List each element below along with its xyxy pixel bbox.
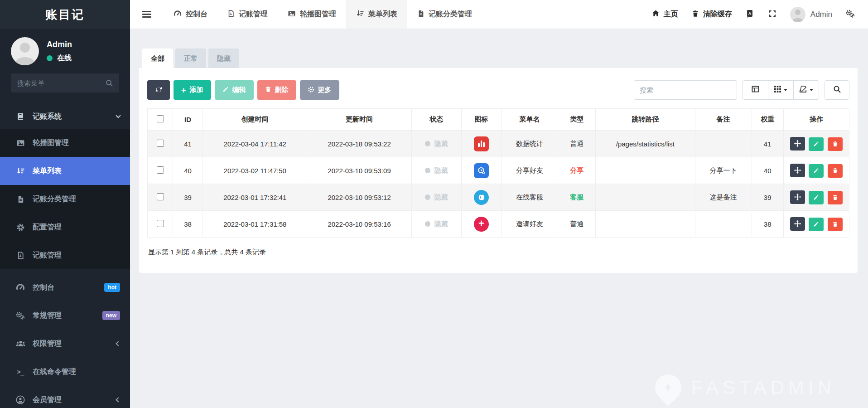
tab-carousel[interactable]: 轮播图管理	[278, 0, 346, 29]
sidebar-item-dashboard[interactable]: 控制台 hot	[0, 273, 130, 301]
cell-weight[interactable]: 38	[752, 211, 783, 238]
service-roll-app-icon	[474, 190, 489, 205]
row-edit-button[interactable]	[809, 191, 824, 204]
status-badge[interactable]: 隐藏	[425, 166, 448, 175]
edit-button[interactable]: 编辑	[215, 80, 254, 100]
filter-tab-normal[interactable]: 正常	[175, 49, 206, 68]
table-row: 41 2022-03-04 17:11:42 2022-03-18 09:53:…	[148, 131, 849, 157]
row-checkbox[interactable]	[157, 166, 164, 174]
row-edit-button[interactable]	[809, 218, 824, 231]
cell-actions	[783, 184, 849, 211]
fullscreen-button[interactable]	[762, 0, 783, 29]
sidebar-toggle-button[interactable]	[130, 0, 164, 29]
sidebar-item-config[interactable]: 配置管理	[0, 213, 130, 241]
col-path[interactable]: 跳转路径	[596, 109, 695, 131]
row-edit-button[interactable]	[809, 137, 824, 151]
col-weight[interactable]: 权重	[752, 109, 783, 131]
row-checkbox[interactable]	[157, 193, 164, 200]
table-search-input[interactable]	[634, 80, 737, 100]
export-icon	[799, 85, 807, 95]
status-dot-icon	[425, 168, 430, 173]
sidebar-item-label: 常规管理	[33, 311, 62, 321]
tab-bookkeeping[interactable]: 记账管理	[217, 0, 278, 29]
invoice-icon	[15, 252, 26, 259]
add-button[interactable]: + 添加	[174, 80, 211, 100]
language-switch-button[interactable]: A	[739, 0, 762, 29]
col-remark[interactable]: 备注	[695, 109, 752, 131]
status-badge[interactable]: 隐藏	[425, 193, 448, 202]
sidebar-search	[11, 73, 119, 92]
search-submit-button[interactable]	[825, 80, 849, 100]
select-all-cell	[148, 109, 173, 131]
grid-icon	[774, 86, 781, 94]
row-checkbox[interactable]	[157, 220, 164, 227]
cell-type: 普通	[558, 131, 596, 157]
row-delete-button[interactable]	[828, 137, 843, 151]
drag-sort-button[interactable]	[790, 217, 805, 231]
filter-tab-hidden[interactable]: 隐藏	[208, 49, 239, 68]
refresh-button[interactable]	[147, 80, 170, 100]
cell-type: 分享	[558, 157, 596, 184]
cell-remark	[695, 211, 752, 238]
sidebar-item-bookkeeping[interactable]: 记账管理	[0, 241, 130, 269]
drag-sort-button[interactable]	[790, 164, 805, 177]
clear-cache-link[interactable]: 清除缓存	[685, 0, 739, 29]
col-id[interactable]: ID	[173, 109, 203, 131]
app-root: 账目记 Admin 在线 记账系统	[0, 0, 868, 408]
sidebar-item-general[interactable]: 常规管理 new	[0, 301, 130, 330]
row-delete-button[interactable]	[828, 191, 843, 204]
tab-menu-list[interactable]: 菜单列表	[346, 0, 407, 29]
user-menu[interactable]: Admin	[783, 0, 839, 29]
col-icon[interactable]: 图标	[461, 109, 501, 131]
drag-sort-button[interactable]	[790, 190, 805, 204]
menu-search-input[interactable]	[11, 73, 119, 92]
row-edit-button[interactable]	[809, 164, 824, 178]
row-checkbox[interactable]	[157, 140, 164, 147]
sidebar-item-members[interactable]: 会员管理	[0, 386, 130, 408]
tab-dashboard[interactable]: 控制台	[164, 0, 217, 29]
cell-menu-name: 数据统计	[501, 131, 558, 157]
more-button[interactable]: 更多	[300, 80, 339, 100]
row-delete-button[interactable]	[828, 164, 843, 178]
menu-list-icon	[15, 167, 26, 175]
tab-category[interactable]: 记账分类管理	[407, 0, 482, 29]
delete-button[interactable]: 删除	[257, 80, 296, 100]
status-badge[interactable]: 隐藏	[425, 220, 448, 228]
dashboard-icon	[174, 10, 182, 19]
cell-weight[interactable]: 41	[752, 131, 783, 157]
row-delete-button[interactable]	[828, 218, 843, 231]
col-created[interactable]: 创建时间	[203, 109, 307, 131]
col-status[interactable]: 状态	[411, 109, 461, 131]
columns-button[interactable]	[768, 80, 794, 100]
menu-table: ID 创建时间 更新时间 状态 图标 菜单名 类型 跳转路径 备注 权重 操作	[147, 108, 849, 238]
online-dot-icon	[47, 55, 53, 61]
home-link[interactable]: 主页	[645, 0, 685, 29]
select-all-checkbox[interactable]	[157, 115, 164, 122]
book-icon	[15, 112, 26, 121]
filter-tab-all[interactable]: 全部	[142, 49, 173, 68]
toggle-view-button[interactable]	[743, 80, 768, 100]
navbar-right: 主页 清除缓存 A Admin	[645, 0, 868, 29]
status-badge[interactable]: 隐藏	[425, 140, 448, 148]
col-type[interactable]: 类型	[558, 109, 596, 131]
export-button[interactable]	[793, 80, 819, 100]
sidebar-item-online-commands[interactable]: >_ 在线命令管理	[0, 358, 130, 386]
col-name[interactable]: 菜单名	[501, 109, 558, 131]
settings-button[interactable]	[839, 0, 862, 29]
table-row: 38 2022-03-01 17:31:58 2022-03-10 09:53:…	[148, 211, 849, 238]
search-icon	[106, 79, 113, 89]
sidebar-item-menu-list[interactable]: 菜单列表	[0, 157, 130, 185]
cell-path	[596, 184, 695, 211]
sidebar-item-category[interactable]: 记账分类管理	[0, 185, 130, 213]
drag-sort-button[interactable]	[790, 137, 805, 151]
sidebar-item-carousel[interactable]: 轮播图管理	[0, 129, 130, 157]
cell-weight[interactable]: 39	[752, 184, 783, 211]
avatar[interactable]	[11, 37, 39, 65]
sidebar-item-accounting-system[interactable]: 记账系统	[0, 104, 130, 129]
caret-down-icon	[784, 89, 787, 91]
col-updated[interactable]: 更新时间	[307, 109, 411, 131]
cell-updated: 2022-03-18 09:53:22	[307, 131, 411, 157]
sidebar-item-permissions[interactable]: 权限管理	[0, 330, 130, 358]
cell-remark	[695, 131, 752, 157]
cell-weight[interactable]: 40	[752, 157, 783, 184]
